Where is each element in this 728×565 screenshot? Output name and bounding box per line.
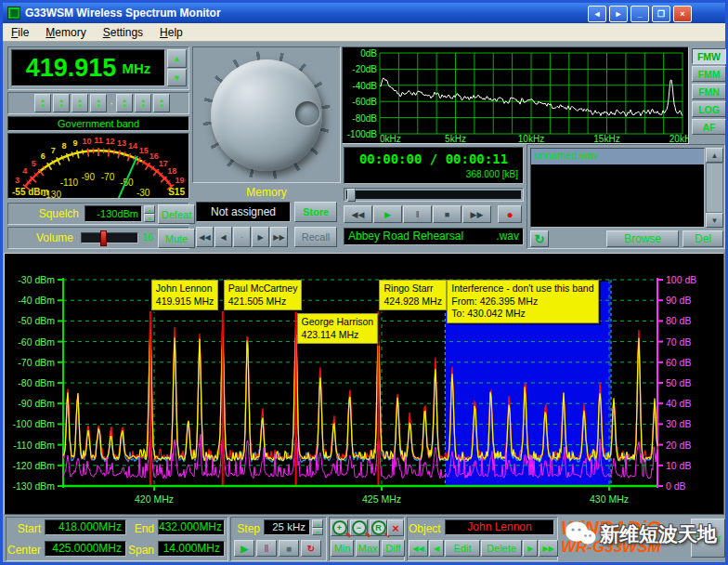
sweep-stop-button[interactable]: ■ — [279, 540, 299, 557]
mode-log-button[interactable]: LOG — [692, 101, 726, 117]
mode-af-button[interactable]: AF — [692, 119, 726, 135]
defeat-button[interactable]: Defeat — [158, 204, 195, 224]
center-value[interactable]: 425.0000MHz — [45, 541, 126, 557]
play-button[interactable]: ▶ — [373, 205, 402, 223]
memory-prev-button[interactable]: ◀ — [214, 227, 232, 247]
step-up-button[interactable]: ▴ — [312, 519, 323, 528]
frequency-unit: MHz — [122, 60, 150, 76]
svg-text:3: 3 — [15, 176, 20, 185]
mode-fmn-button[interactable]: FMN — [692, 84, 726, 99]
close-zoom-button[interactable]: × — [387, 519, 404, 536]
marker-flag[interactable]: George Harrison423.114 MHz — [297, 313, 379, 344]
volume-slider-handle[interactable] — [100, 230, 107, 246]
digit-arrow-icon: ▾ — [78, 103, 82, 109]
del-button[interactable]: Del — [682, 230, 723, 247]
memory-dot-button[interactable]: · — [233, 227, 251, 247]
close-button[interactable]: × — [673, 6, 692, 22]
decimal-dot-indicator: · — [109, 97, 114, 110]
marker-flag[interactable]: Paul McCartney421.505 MHz — [224, 280, 303, 310]
scroll-up-button[interactable]: ▲ — [706, 148, 723, 163]
digit-arrow-icon: ▾ — [123, 103, 126, 109]
squelch-down-button[interactable]: ▾ — [144, 214, 155, 222]
scroll-down-button[interactable]: ▼ — [706, 213, 723, 228]
memory-last-button[interactable]: ▶▶ — [270, 227, 288, 247]
step-down-button[interactable]: ▾ — [312, 528, 323, 535]
record-button[interactable]: ● — [498, 205, 522, 223]
object-edit-button[interactable]: Edit — [445, 540, 480, 557]
digit-stepper-button[interactable]: ▴▾ — [153, 94, 170, 112]
sweep-reset-button[interactable]: ↻ — [301, 540, 321, 557]
menu-settings[interactable]: Settings — [95, 24, 151, 41]
pause-button[interactable]: ‖ — [403, 205, 432, 223]
refresh-button[interactable]: ↻ — [530, 230, 549, 247]
zoom-in-button[interactable]: + — [331, 519, 348, 536]
interference-flag-text: To: 430.042 MHz — [451, 308, 593, 321]
end-value[interactable]: 432.000MHz — [158, 519, 225, 535]
file-list-item[interactable]: unnamed.wav — [531, 149, 704, 164]
scrollbar-track[interactable] — [706, 163, 723, 213]
frequency-down-button[interactable]: ▼ — [167, 69, 187, 86]
max-button[interactable]: Max — [356, 540, 380, 557]
digit-stepper-button[interactable]: ▴▾ — [34, 94, 51, 112]
marker-flag-text: 421.505 MHz — [228, 296, 298, 309]
interference-flag[interactable]: Interference - don't use this bandFrom: … — [447, 280, 598, 323]
forward-button[interactable]: ▶▶ — [462, 205, 491, 223]
playback-progress[interactable] — [344, 188, 524, 202]
digit-stepper-button[interactable]: ▴▾ — [135, 94, 151, 112]
title-bar[interactable]: G33WSM Wireless Spectrum Monitor ◄►_❐× — [3, 3, 725, 23]
minimize-button[interactable]: _ — [630, 6, 649, 22]
step-value[interactable]: 25 kHz — [264, 519, 310, 535]
browse-button[interactable]: Browse — [606, 230, 679, 247]
object-last-button[interactable]: ▶▶ — [539, 540, 558, 557]
maximize-button[interactable]: ❐ — [652, 6, 670, 22]
zoom-out-button[interactable]: − — [350, 519, 368, 536]
pan-left-button[interactable]: ◄ — [588, 6, 606, 22]
object-delete-button[interactable]: Delete — [481, 540, 522, 557]
svg-text:10kHz: 10kHz — [518, 134, 544, 143]
mode-fmm-button[interactable]: FMM — [692, 66, 726, 82]
svg-text:11: 11 — [94, 136, 103, 145]
menu-help[interactable]: Help — [151, 24, 191, 41]
sweep-pause-button[interactable]: ‖ — [256, 540, 277, 557]
zoom-reset-button[interactable]: R — [370, 519, 387, 536]
memory-first-button[interactable]: ◀◀ — [196, 227, 214, 247]
stop-button[interactable]: ■ — [433, 205, 462, 223]
svg-text:5: 5 — [32, 159, 36, 168]
mode-fmw-button[interactable]: FMW — [692, 48, 726, 64]
marker-flag[interactable]: Ringo Starr424.928 MHz — [379, 280, 446, 310]
svg-text:-90: -90 — [82, 172, 96, 182]
volume-slider[interactable] — [81, 232, 138, 243]
sweep-play-button[interactable]: ▶ — [234, 540, 254, 557]
svg-text:-30: -30 — [136, 188, 150, 198]
file-name: Abbey Road Rehearsal — [348, 229, 463, 244]
rewind-button[interactable]: ◀◀ — [344, 205, 372, 223]
start-value[interactable]: 418.000MHz — [45, 519, 126, 535]
squelch-up-button[interactable]: ▴ — [144, 205, 155, 214]
digit-stepper-button[interactable]: ▴▾ — [72, 94, 88, 112]
digit-stepper-button[interactable]: ▴▾ — [90, 94, 107, 112]
marker-flag[interactable]: John Lennon419.915 MHz — [151, 280, 218, 310]
digit-stepper-button[interactable]: ▴▾ — [116, 94, 133, 112]
frequency-panel: 419.915 MHz ▲ ▼ — [7, 46, 189, 90]
object-value[interactable]: John Lennon — [445, 519, 554, 535]
progress-handle[interactable] — [347, 189, 356, 202]
menu-memory[interactable]: Memory — [37, 24, 94, 41]
signal-meter-svg: 345678910111213141516171819-130-110-90-7… — [8, 134, 188, 198]
object-first-button[interactable]: ◀◀ — [409, 540, 428, 557]
frequency-up-button[interactable]: ▲ — [167, 49, 187, 68]
diff-button[interactable]: Diff — [382, 540, 405, 557]
svg-text:5kHz: 5kHz — [445, 134, 466, 143]
menu-file[interactable]: File — [3, 24, 37, 41]
recall-button[interactable]: Recall — [294, 227, 337, 247]
digit-stepper-button[interactable]: ▴▾ — [53, 94, 70, 112]
min-button[interactable]: Min — [331, 540, 354, 557]
svg-text:0kHz: 0kHz — [380, 134, 401, 143]
object-next-button[interactable]: ▶ — [523, 540, 538, 557]
store-button[interactable]: Store — [294, 202, 337, 222]
span-value[interactable]: 14.000MHz — [158, 541, 225, 557]
memory-next-button[interactable]: ▶ — [252, 227, 269, 247]
svg-text:4: 4 — [22, 166, 27, 176]
pan-right-button[interactable]: ► — [609, 6, 628, 22]
object-prev-button[interactable]: ◀ — [429, 540, 444, 557]
mute-button[interactable]: Mute — [158, 229, 195, 248]
